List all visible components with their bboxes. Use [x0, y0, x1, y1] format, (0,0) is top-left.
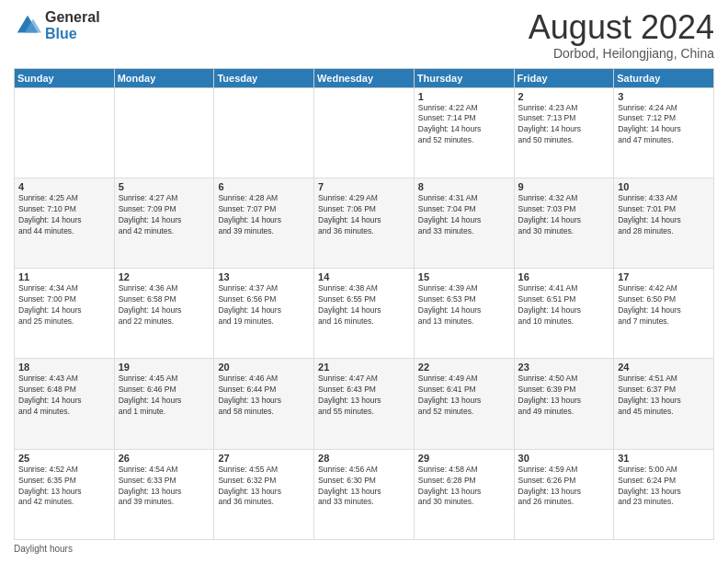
- col-tuesday: Tuesday: [214, 68, 314, 87]
- calendar-table: Sunday Monday Tuesday Wednesday Thursday…: [14, 68, 714, 540]
- day-info: Sunrise: 4:36 AM Sunset: 6:58 PM Dayligh…: [119, 283, 210, 327]
- cell-2-2: 13Sunrise: 4:37 AM Sunset: 6:56 PM Dayli…: [214, 269, 314, 359]
- day-info: Sunrise: 4:43 AM Sunset: 6:48 PM Dayligh…: [18, 373, 110, 418]
- header: General Blue August 2024 Dorbod, Heilong…: [14, 9, 714, 61]
- day-info: Sunrise: 4:27 AM Sunset: 7:09 PM Dayligh…: [119, 193, 210, 237]
- cell-2-0: 11Sunrise: 4:34 AM Sunset: 7:00 PM Dayli…: [15, 269, 115, 359]
- cell-0-1: [114, 87, 214, 178]
- day-info: Sunrise: 4:52 AM Sunset: 6:35 PM Dayligh…: [18, 465, 110, 509]
- day-number: 31: [618, 453, 710, 464]
- week-row-4: 18Sunrise: 4:43 AM Sunset: 6:48 PM Dayli…: [15, 359, 714, 449]
- day-number: 11: [18, 271, 110, 282]
- col-friday: Friday: [514, 68, 614, 87]
- day-number: 7: [318, 181, 410, 192]
- cell-0-4: 1Sunrise: 4:22 AM Sunset: 7:14 PM Daylig…: [414, 87, 514, 178]
- day-info: Sunrise: 4:51 AM Sunset: 6:37 PM Dayligh…: [618, 373, 710, 418]
- week-row-3: 11Sunrise: 4:34 AM Sunset: 7:00 PM Dayli…: [15, 269, 714, 359]
- day-number: 26: [119, 453, 210, 464]
- day-number: 3: [618, 91, 710, 102]
- day-info: Sunrise: 4:33 AM Sunset: 7:01 PM Dayligh…: [618, 193, 710, 237]
- day-info: Sunrise: 4:55 AM Sunset: 6:32 PM Dayligh…: [218, 465, 310, 509]
- col-saturday: Saturday: [614, 68, 714, 87]
- cell-3-1: 19Sunrise: 4:45 AM Sunset: 6:46 PM Dayli…: [114, 359, 214, 449]
- day-number: 18: [18, 362, 110, 373]
- location-subtitle: Dorbod, Heilongjiang, China: [529, 46, 714, 61]
- day-info: Sunrise: 5:00 AM Sunset: 6:24 PM Dayligh…: [618, 465, 710, 509]
- cell-0-3: [314, 87, 415, 178]
- cell-1-5: 9Sunrise: 4:32 AM Sunset: 7:03 PM Daylig…: [514, 178, 614, 268]
- col-sunday: Sunday: [15, 68, 115, 87]
- day-info: Sunrise: 4:31 AM Sunset: 7:04 PM Dayligh…: [418, 193, 510, 237]
- day-number: 16: [518, 271, 610, 282]
- day-info: Sunrise: 4:34 AM Sunset: 7:00 PM Dayligh…: [18, 283, 110, 327]
- cell-2-5: 16Sunrise: 4:41 AM Sunset: 6:51 PM Dayli…: [514, 269, 614, 359]
- logo-blue-text: Blue: [45, 26, 100, 42]
- daylight-label: Daylight hours: [14, 544, 73, 554]
- day-info: Sunrise: 4:29 AM Sunset: 7:06 PM Dayligh…: [318, 193, 410, 237]
- day-info: Sunrise: 4:59 AM Sunset: 6:26 PM Dayligh…: [518, 465, 610, 509]
- col-wednesday: Wednesday: [314, 68, 415, 87]
- page: General Blue August 2024 Dorbod, Heilong…: [0, 0, 728, 563]
- cell-0-6: 3Sunrise: 4:24 AM Sunset: 7:12 PM Daylig…: [614, 87, 714, 178]
- day-number: 19: [119, 362, 210, 373]
- day-number: 24: [618, 362, 710, 373]
- day-number: 12: [119, 271, 210, 282]
- day-number: 20: [218, 362, 310, 373]
- day-info: Sunrise: 4:39 AM Sunset: 6:53 PM Dayligh…: [418, 283, 510, 327]
- cell-3-0: 18Sunrise: 4:43 AM Sunset: 6:48 PM Dayli…: [15, 359, 115, 449]
- day-info: Sunrise: 4:45 AM Sunset: 6:46 PM Dayligh…: [119, 373, 210, 418]
- cell-0-0: [15, 87, 115, 178]
- day-number: 23: [518, 362, 610, 373]
- day-info: Sunrise: 4:24 AM Sunset: 7:12 PM Dayligh…: [618, 103, 710, 147]
- col-monday: Monday: [114, 68, 214, 87]
- cell-1-0: 4Sunrise: 4:25 AM Sunset: 7:10 PM Daylig…: [15, 178, 115, 268]
- day-number: 21: [318, 362, 410, 373]
- day-info: Sunrise: 4:50 AM Sunset: 6:39 PM Dayligh…: [518, 373, 610, 418]
- day-number: 1: [418, 91, 510, 102]
- day-number: 6: [218, 181, 310, 192]
- day-number: 2: [518, 91, 610, 102]
- day-number: 4: [18, 181, 110, 192]
- day-info: Sunrise: 4:42 AM Sunset: 6:50 PM Dayligh…: [618, 283, 710, 327]
- cell-3-4: 22Sunrise: 4:49 AM Sunset: 6:41 PM Dayli…: [414, 359, 514, 449]
- logo: General Blue: [14, 9, 100, 41]
- day-info: Sunrise: 4:37 AM Sunset: 6:56 PM Dayligh…: [218, 283, 310, 327]
- day-info: Sunrise: 4:25 AM Sunset: 7:10 PM Dayligh…: [18, 193, 110, 237]
- day-number: 17: [618, 271, 710, 282]
- cell-0-2: [214, 87, 314, 178]
- cell-1-2: 6Sunrise: 4:28 AM Sunset: 7:07 PM Daylig…: [214, 178, 314, 268]
- day-number: 25: [18, 453, 110, 464]
- cell-0-5: 2Sunrise: 4:23 AM Sunset: 7:13 PM Daylig…: [514, 87, 614, 178]
- day-info: Sunrise: 4:56 AM Sunset: 6:30 PM Dayligh…: [318, 465, 410, 509]
- day-number: 29: [418, 453, 510, 464]
- cell-1-4: 8Sunrise: 4:31 AM Sunset: 7:04 PM Daylig…: [414, 178, 514, 268]
- day-info: Sunrise: 4:41 AM Sunset: 6:51 PM Dayligh…: [518, 283, 610, 327]
- cell-1-3: 7Sunrise: 4:29 AM Sunset: 7:06 PM Daylig…: [314, 178, 415, 268]
- cell-1-1: 5Sunrise: 4:27 AM Sunset: 7:09 PM Daylig…: [114, 178, 214, 268]
- week-row-5: 25Sunrise: 4:52 AM Sunset: 6:35 PM Dayli…: [15, 449, 714, 539]
- day-number: 30: [518, 453, 610, 464]
- week-row-2: 4Sunrise: 4:25 AM Sunset: 7:10 PM Daylig…: [15, 178, 714, 268]
- cell-1-6: 10Sunrise: 4:33 AM Sunset: 7:01 PM Dayli…: [614, 178, 714, 268]
- day-info: Sunrise: 4:23 AM Sunset: 7:13 PM Dayligh…: [518, 103, 610, 147]
- logo-text: General Blue: [45, 9, 100, 41]
- cell-3-6: 24Sunrise: 4:51 AM Sunset: 6:37 PM Dayli…: [614, 359, 714, 449]
- cell-2-3: 14Sunrise: 4:38 AM Sunset: 6:55 PM Dayli…: [314, 269, 415, 359]
- day-number: 5: [119, 181, 210, 192]
- day-info: Sunrise: 4:54 AM Sunset: 6:33 PM Dayligh…: [119, 465, 210, 509]
- cell-4-3: 28Sunrise: 4:56 AM Sunset: 6:30 PM Dayli…: [314, 449, 415, 539]
- day-info: Sunrise: 4:47 AM Sunset: 6:43 PM Dayligh…: [318, 373, 410, 418]
- day-number: 28: [318, 453, 410, 464]
- day-number: 13: [218, 271, 310, 282]
- week-row-1: 1Sunrise: 4:22 AM Sunset: 7:14 PM Daylig…: [15, 87, 714, 178]
- col-thursday: Thursday: [414, 68, 514, 87]
- cell-4-1: 26Sunrise: 4:54 AM Sunset: 6:33 PM Dayli…: [114, 449, 214, 539]
- cell-4-6: 31Sunrise: 5:00 AM Sunset: 6:24 PM Dayli…: [614, 449, 714, 539]
- day-number: 10: [618, 181, 710, 192]
- day-number: 9: [518, 181, 610, 192]
- day-number: 15: [418, 271, 510, 282]
- day-info: Sunrise: 4:38 AM Sunset: 6:55 PM Dayligh…: [318, 283, 410, 327]
- day-info: Sunrise: 4:49 AM Sunset: 6:41 PM Dayligh…: [418, 373, 510, 418]
- cell-4-2: 27Sunrise: 4:55 AM Sunset: 6:32 PM Dayli…: [214, 449, 314, 539]
- day-info: Sunrise: 4:46 AM Sunset: 6:44 PM Dayligh…: [218, 373, 310, 418]
